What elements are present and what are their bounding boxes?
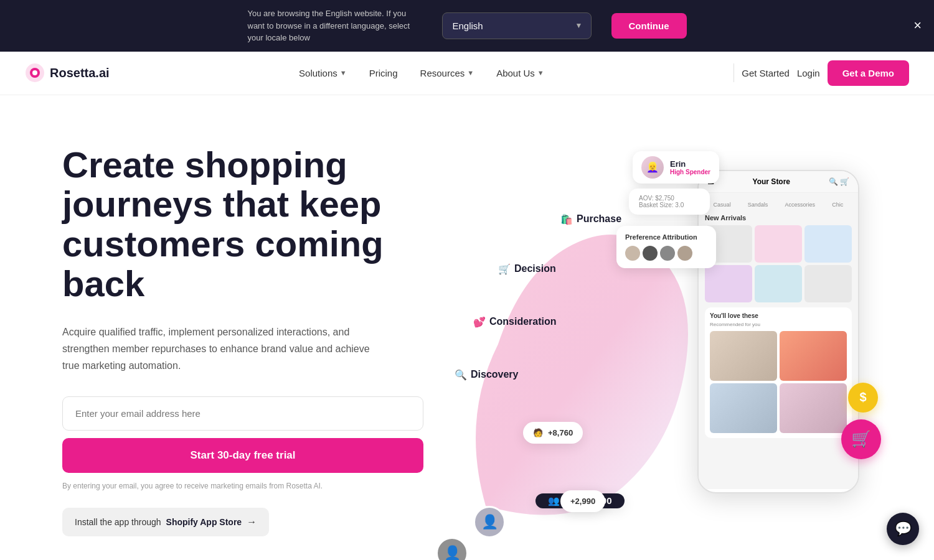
aov-basket: Basket Size: 3.0 xyxy=(639,202,700,208)
color-swatch-1 xyxy=(625,246,640,261)
product-item-6 xyxy=(804,265,852,302)
purchase-label: Purchase xyxy=(577,213,621,225)
phone-header: ☰ Your Store 🔍 🛒 xyxy=(699,171,858,193)
hero-section: Create shopping journeys that keep custo… xyxy=(0,95,934,561)
product-item-5 xyxy=(755,265,802,302)
discovery-label: Discovery xyxy=(471,369,519,380)
hero-illustration: 🛍️ Purchase 🛒 Decision 💕 Consideration 🔍… xyxy=(436,133,909,556)
chevron-down-icon: ▼ xyxy=(340,69,347,77)
nav-resources[interactable]: Resources ▼ xyxy=(412,63,483,83)
color-swatch-4 xyxy=(677,246,692,261)
language-banner: You are browsing the English website. If… xyxy=(0,0,934,52)
logo-icon xyxy=(25,63,45,83)
trial-button[interactable]: Start 30-day free trial xyxy=(62,438,423,473)
aov-label: AOV: $2,750 xyxy=(639,195,700,202)
product-item-3 xyxy=(804,225,852,263)
journey-consideration: 💕 Consideration xyxy=(473,316,557,328)
reco-item-4 xyxy=(780,383,847,433)
nav-actions: Get Started Login Get a Demo xyxy=(734,60,909,86)
consideration-icon: 💕 xyxy=(473,316,486,328)
nav-divider xyxy=(734,63,734,82)
stats-value-1: +8,760 xyxy=(548,428,573,437)
email-disclaimer: By entering your email, you agree to rec… xyxy=(62,482,423,490)
shopify-store-text: Shopify App Store xyxy=(166,517,242,527)
hero-title: Create shopping journeys that keep custo… xyxy=(62,145,423,304)
reco-title: You'll love these xyxy=(710,312,847,319)
decision-label: Decision xyxy=(514,263,556,274)
decision-icon: 🛒 xyxy=(498,263,511,275)
person-icon: 🧑 xyxy=(533,428,543,437)
svg-point-2 xyxy=(32,70,37,75)
profile-name: Erin xyxy=(670,159,710,169)
aov-card: AOV: $2,750 Basket Size: 3.0 xyxy=(629,189,710,215)
avatar-1: 👤 xyxy=(473,506,506,538)
purchase-icon: 🛍️ xyxy=(560,213,573,225)
profile-card: 👱‍♀️ Erin High Spender xyxy=(633,151,719,184)
reco-grid xyxy=(710,331,847,433)
color-swatch-3 xyxy=(660,246,675,261)
stats-badge-2: +2,990 xyxy=(560,490,605,512)
hero-subtitle: Acquire qualified traffic, implement per… xyxy=(62,324,386,375)
reco-subtitle: Recommended for you xyxy=(710,322,847,327)
preference-card: Preference Attribution xyxy=(616,226,716,268)
color-swatch-2 xyxy=(643,246,658,261)
nav-solutions[interactable]: Solutions ▼ xyxy=(290,63,356,83)
chevron-down-icon: ▼ xyxy=(537,69,544,77)
avatar-2: 👤 xyxy=(436,537,468,561)
shopify-text: Install the app through xyxy=(75,517,161,527)
get-started-link[interactable]: Get Started xyxy=(742,68,790,78)
pref-colors xyxy=(625,246,707,261)
nav-about[interactable]: About Us ▼ xyxy=(488,63,553,83)
new-arrivals-title: New Arrivals xyxy=(705,214,852,222)
journey-purchase: 🛍️ Purchase xyxy=(560,213,621,225)
logo-text: Rosetta.ai xyxy=(50,66,110,80)
reco-item-1 xyxy=(710,331,777,381)
journey-discovery: 🔍 Discovery xyxy=(455,369,519,381)
arrow-icon: → xyxy=(247,516,257,528)
reco-item-3 xyxy=(710,383,777,433)
shopify-link[interactable]: Install the app through Shopify App Stor… xyxy=(62,508,269,536)
language-select-wrapper: English Français Español Deutsch ▼ xyxy=(442,12,592,39)
journey-decision: 🛒 Decision xyxy=(498,263,556,275)
stats-badge-1: 🧑 +8,760 xyxy=(523,422,583,444)
cart-icon: 🛒 xyxy=(851,429,871,449)
discovery-icon: 🔍 xyxy=(455,369,467,381)
chat-widget[interactable]: 💬 xyxy=(887,513,919,545)
language-select[interactable]: English Français Español Deutsch xyxy=(442,12,592,39)
profile-info: Erin High Spender xyxy=(670,159,710,175)
continue-button[interactable]: Continue xyxy=(611,13,687,39)
email-input[interactable] xyxy=(62,396,423,431)
avatar: 👱‍♀️ xyxy=(641,156,664,179)
profile-tag: High Spender xyxy=(670,169,710,175)
recommendations-section: You'll love these Recommended for you xyxy=(705,307,852,438)
nav-links: Solutions ▼ Pricing Resources ▼ About Us… xyxy=(290,63,553,83)
chevron-down-icon: ▼ xyxy=(467,69,474,77)
stats-value-2: +2,990 xyxy=(570,497,595,506)
phone-content: Casual Sandals Accessories Chic New Arri… xyxy=(699,193,858,489)
logo-link[interactable]: Rosetta.ai xyxy=(25,63,110,83)
consideration-label: Consideration xyxy=(489,316,557,327)
pref-title: Preference Attribution xyxy=(625,233,707,241)
phone-nav: Casual Sandals Accessories Chic xyxy=(705,199,852,210)
login-link[interactable]: Login xyxy=(797,68,820,78)
cart-bubble: 🛒 xyxy=(841,419,881,459)
product-item-2 xyxy=(755,225,802,263)
get-demo-button[interactable]: Get a Demo xyxy=(828,60,909,86)
product-item-4 xyxy=(705,265,752,302)
hero-left: Create shopping journeys that keep custo… xyxy=(62,133,423,537)
phone-store-name: Your Store xyxy=(753,177,790,186)
chat-icon: 💬 xyxy=(895,521,912,537)
main-navigation: Rosetta.ai Solutions ▼ Pricing Resources… xyxy=(0,52,934,95)
phone-actions: 🔍 🛒 xyxy=(829,177,849,186)
users-icon: 👥 xyxy=(548,495,560,506)
product-grid xyxy=(705,225,852,302)
reco-item-2 xyxy=(780,331,847,381)
phone-mockup: ☰ Your Store 🔍 🛒 Casual Sandals Accessor… xyxy=(697,170,859,493)
dollar-bubble: $ xyxy=(848,383,878,413)
nav-pricing[interactable]: Pricing xyxy=(361,63,407,83)
banner-message: You are browsing the English website. If… xyxy=(248,7,422,44)
close-banner-button[interactable]: × xyxy=(913,19,922,32)
